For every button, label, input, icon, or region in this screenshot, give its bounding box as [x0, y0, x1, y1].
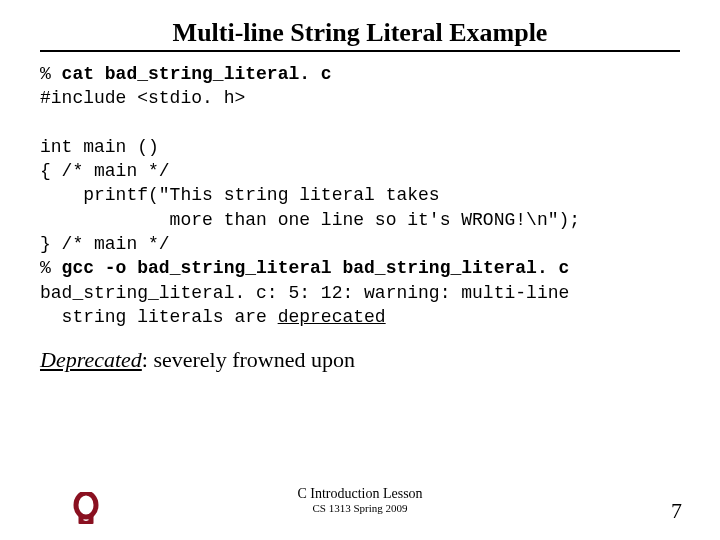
code-line: bad_string_literal. c: 5: 12: warning: m…: [40, 283, 569, 303]
code-line: string literals are: [40, 307, 278, 327]
command-gcc: gcc -o bad_string_literal bad_string_lit…: [62, 258, 570, 278]
code-line: { /* main */: [40, 161, 170, 181]
footer-course: CS 1313 Spring 2009: [0, 502, 720, 515]
deprecated-word: deprecated: [278, 307, 386, 327]
footer-lesson: C Introduction Lesson: [0, 486, 720, 502]
code-block: % cat bad_string_literal. c #include <st…: [40, 62, 680, 329]
definition-line: Deprecated: severely frowned upon: [40, 347, 680, 373]
code-line: #include <stdio. h>: [40, 88, 245, 108]
code-line: printf("This string literal takes: [40, 185, 440, 205]
definition-text: : severely frowned upon: [142, 347, 355, 372]
code-line: more than one line so it's WRONG!\n");: [40, 210, 580, 230]
term-deprecated: Deprecated: [40, 347, 142, 372]
page-number: 7: [671, 498, 682, 524]
command-cat: cat bad_string_literal. c: [62, 64, 332, 84]
footer: C Introduction Lesson CS 1313 Spring 200…: [0, 486, 720, 526]
code-line: } /* main */: [40, 234, 170, 254]
slide-title: Multi-line String Literal Example: [40, 18, 680, 52]
code-line: int main (): [40, 137, 159, 157]
prompt: %: [40, 64, 62, 84]
prompt: %: [40, 258, 62, 278]
